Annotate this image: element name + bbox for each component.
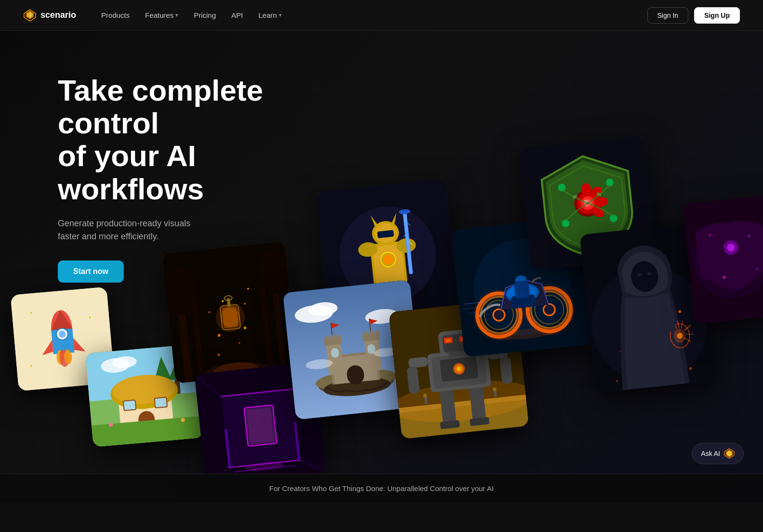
svg-rect-117	[363, 332, 368, 338]
card-partial-right	[683, 195, 763, 324]
logo-icon	[23, 9, 37, 22]
start-now-button[interactable]: Start now	[58, 260, 124, 283]
nav-item-features[interactable]: Features ▾	[139, 7, 184, 23]
hero-content: Take complete control of your AI workflo…	[58, 74, 328, 283]
nav-item-products[interactable]: Products	[95, 7, 135, 23]
ask-ai-icon	[724, 448, 735, 459]
svg-rect-119	[375, 330, 379, 337]
svg-rect-33	[123, 400, 136, 411]
hero-title: Take complete control of your AI workflo…	[58, 74, 328, 206]
nav-right: Sign In Sign Up	[647, 7, 740, 24]
logo-text: scenario	[40, 10, 76, 20]
navbar: scenario Products Features ▾ Pricing	[0, 0, 763, 31]
hero-subtitle: Generate production-ready visuals faster…	[58, 217, 328, 243]
nav-links: Products Features ▾ Pricing API	[95, 7, 288, 23]
svg-rect-115	[337, 335, 341, 341]
ask-ai-label: Ask AI	[701, 450, 720, 457]
svg-rect-114	[331, 335, 335, 341]
svg-rect-113	[325, 336, 329, 342]
hero-section: Take complete control of your AI workflo…	[0, 31, 763, 503]
ask-ai-button[interactable]: Ask AI	[692, 443, 744, 464]
svg-rect-118	[369, 331, 373, 337]
svg-point-170	[493, 309, 505, 321]
svg-rect-175	[514, 280, 530, 298]
nav-item-api[interactable]: API	[225, 7, 249, 23]
signin-button[interactable]: Sign In	[647, 7, 689, 24]
nav-item-learn[interactable]: Learn ▾	[253, 7, 288, 23]
chevron-down-icon-2: ▾	[279, 12, 282, 18]
svg-rect-73	[247, 408, 274, 444]
chevron-down-icon: ▾	[175, 12, 178, 18]
signup-button[interactable]: Sign Up	[694, 7, 740, 24]
nav-item-pricing[interactable]: Pricing	[188, 7, 222, 23]
bottom-bar: For Creators Who Get Things Done: Unpara…	[0, 474, 763, 503]
svg-rect-34	[155, 397, 168, 408]
svg-rect-152	[446, 338, 451, 342]
nav-left: scenario Products Features ▾ Pricing	[23, 7, 288, 23]
logo[interactable]: scenario	[23, 9, 76, 22]
bottom-bar-text: For Creators Who Get Things Done: Unpara…	[269, 484, 494, 493]
